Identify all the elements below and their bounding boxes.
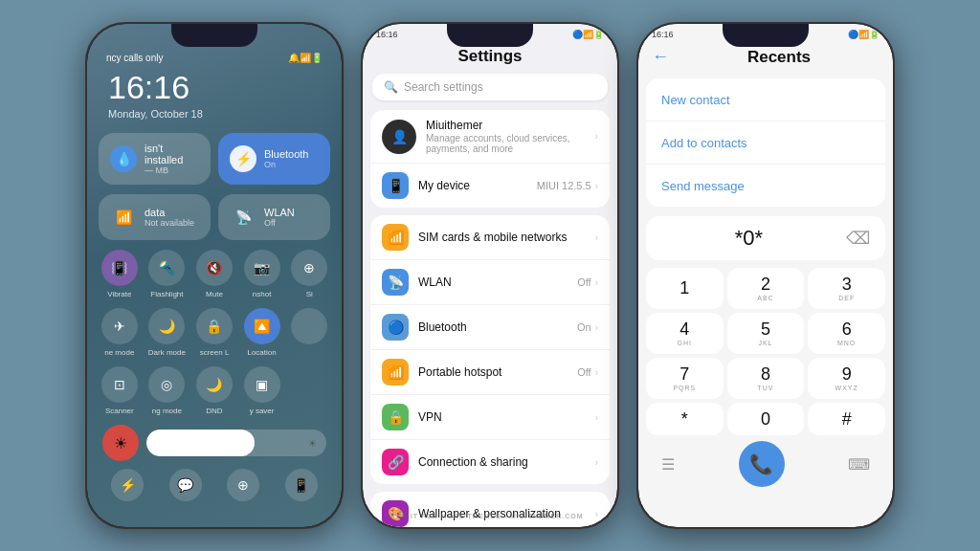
reading-label: ng mode bbox=[152, 407, 182, 415]
key-2-sub: ABC bbox=[757, 295, 773, 301]
phone-2-screen: 16:16 🔵📶🔋 Settings 🔍 Search settings 👤 M… bbox=[363, 24, 617, 527]
key-9[interactable]: 9 WXYZ bbox=[808, 358, 885, 399]
battery-saver-icon: ▣ bbox=[244, 366, 280, 403]
reading-btn[interactable]: ◎ ng mode bbox=[146, 366, 189, 415]
key-2[interactable]: 2 ABC bbox=[727, 268, 805, 309]
back-button[interactable]: ← bbox=[652, 47, 669, 67]
key-7[interactable]: 7 PQRS bbox=[646, 358, 724, 399]
mydevice-icon: 📱 bbox=[382, 172, 409, 199]
location-btn[interactable]: 🔼 Location bbox=[241, 308, 283, 357]
send-message-row[interactable]: Send message bbox=[646, 165, 885, 207]
sim-row[interactable]: 📶 SIM cards & mobile networks › bbox=[370, 215, 610, 260]
connection-sharing-row[interactable]: 🔗 Connection & sharing › bbox=[370, 440, 610, 484]
phone-1-screen: ncy calls only 🔔📶🔋 16:16 Monday, October… bbox=[87, 24, 342, 527]
new-contact-link: New contact bbox=[661, 93, 730, 107]
sim-chevron: › bbox=[595, 232, 598, 243]
mydevice-right: MIUI 12.5.5 › bbox=[537, 180, 598, 191]
data-tile-label: isn't installed bbox=[145, 143, 199, 165]
wlan-tile[interactable]: 📡 WLAN Off bbox=[218, 194, 330, 240]
add-action-btn[interactable]: ⊕ bbox=[227, 469, 259, 501]
battery-saver-btn[interactable]: ▣ y saver bbox=[241, 366, 283, 415]
call-button[interactable]: 📞 bbox=[739, 441, 785, 487]
mobile-data-sub: Not available bbox=[145, 218, 199, 228]
key-1[interactable]: 1 bbox=[646, 268, 724, 309]
settings-search[interactable]: 🔍 Search settings bbox=[372, 74, 608, 100]
scanner-btn[interactable]: ⊡ Scanner bbox=[99, 366, 141, 415]
empty-icon bbox=[291, 308, 327, 344]
tools-row: ⊡ Scanner ◎ ng mode 🌙 DND ▣ y saver bbox=[99, 366, 330, 415]
wlan-row-icon: 📡 bbox=[382, 269, 409, 296]
bluetooth-row-title: Bluetooth bbox=[418, 320, 568, 334]
wlan-label: WLAN bbox=[264, 207, 319, 218]
call-icon: 📞 bbox=[749, 452, 773, 475]
flashlight-btn[interactable]: 🔦 Flashlight bbox=[146, 250, 189, 298]
power-btn[interactable]: ☀ bbox=[102, 425, 139, 461]
clock-date: Monday, October 18 bbox=[108, 108, 321, 120]
menu-icon[interactable]: ☰ bbox=[661, 455, 675, 474]
vibrate-label: Vibrate bbox=[107, 290, 131, 298]
phone-3-notch bbox=[723, 24, 809, 47]
hotspot-row[interactable]: 📶 Portable hotspot Off › bbox=[370, 350, 610, 395]
screenlock-icon: 🔒 bbox=[196, 308, 233, 344]
wallpaper-row[interactable]: 🎨 Wallpaper & personalization › bbox=[370, 492, 610, 527]
scanner-icon: ⊡ bbox=[101, 366, 138, 403]
keypad-icon[interactable]: ⌨ bbox=[848, 455, 870, 474]
key-3[interactable]: 3 DEF bbox=[808, 268, 885, 309]
key-5[interactable]: 5 JKL bbox=[727, 313, 805, 354]
mute-btn[interactable]: 🔇 Mute bbox=[193, 250, 235, 298]
brightness-slider[interactable]: ☀ bbox=[146, 430, 326, 456]
connection-sharing-right: › bbox=[595, 457, 598, 468]
search-icon: 🔍 bbox=[384, 80, 398, 94]
settings-section-connectivity: 📶 SIM cards & mobile networks › 📡 WLAN bbox=[370, 215, 610, 484]
key-star[interactable]: * bbox=[646, 403, 724, 435]
vpn-icon: 🔒 bbox=[382, 404, 409, 430]
key-8[interactable]: 8 TUV bbox=[727, 358, 805, 399]
mydevice-row[interactable]: 📱 My device MIUI 12.5.5 › bbox=[370, 164, 610, 208]
bluetooth-tile[interactable]: ⚡ Bluetooth On bbox=[218, 133, 330, 185]
data-tile[interactable]: 💧 isn't installed — MB bbox=[99, 133, 211, 185]
bluetooth-tile-sub: On bbox=[264, 160, 319, 169]
add-contact-link: Add to contacts bbox=[661, 136, 747, 150]
mobile-data-text: data Not available bbox=[145, 207, 199, 228]
location-label: Location bbox=[247, 348, 276, 357]
dnd-btn[interactable]: 🌙 DND bbox=[193, 366, 235, 415]
backspace-icon[interactable]: ⌫ bbox=[846, 228, 870, 249]
vpn-row[interactable]: 🔒 VPN › bbox=[370, 395, 610, 440]
darkmode-btn[interactable]: 🌙 Dark mode bbox=[146, 308, 189, 357]
wlan-row-right: Off › bbox=[577, 276, 598, 288]
key-0[interactable]: 0 bbox=[727, 403, 805, 435]
msg-action-btn[interactable]: 💬 bbox=[169, 469, 202, 501]
miuithemer-row[interactable]: 👤 Miuithemer Manage accounts, cloud serv… bbox=[370, 110, 610, 164]
new-contact-row[interactable]: New contact bbox=[646, 78, 885, 121]
scanner-label: Scanner bbox=[105, 407, 134, 415]
miuithemer-avatar: 👤 bbox=[382, 120, 416, 154]
key-6-sub: MNO bbox=[837, 340, 856, 346]
mydevice-chevron: › bbox=[595, 181, 598, 191]
quick-actions-row2: ✈ ne mode 🌙 Dark mode 🔒 screen L 🔼 Locat… bbox=[99, 308, 330, 357]
bluetooth-row[interactable]: 🔵 Bluetooth On › bbox=[370, 305, 610, 350]
mute-icon: 🔇 bbox=[196, 250, 233, 286]
wlan-row[interactable]: 📡 WLAN Off › bbox=[370, 260, 610, 305]
add-contact-row[interactable]: Add to contacts bbox=[646, 121, 885, 165]
key-hash[interactable]: # bbox=[808, 403, 885, 435]
key-6[interactable]: 6 MNO bbox=[808, 313, 885, 354]
flashlight-label: Flashlight bbox=[150, 290, 183, 298]
screen-action-btn[interactable]: 📱 bbox=[285, 469, 318, 501]
airplane-icon: ✈ bbox=[101, 308, 138, 344]
key-3-sub: DEF bbox=[838, 295, 855, 301]
screenshot-btn[interactable]: 📷 nshot bbox=[241, 250, 283, 298]
flash-action-btn[interactable]: ⚡ bbox=[111, 469, 144, 501]
mobile-data-tile[interactable]: 📶 data Not available bbox=[99, 194, 211, 240]
key-4[interactable]: 4 GHI bbox=[646, 313, 724, 354]
vibrate-btn[interactable]: 📳 Vibrate bbox=[99, 250, 141, 298]
dnd-label: DND bbox=[206, 407, 222, 415]
sim-icon: 📶 bbox=[382, 224, 409, 251]
vpn-right: › bbox=[595, 412, 598, 423]
wlan-icon: 📡 bbox=[230, 204, 256, 231]
key-5-main: 5 bbox=[761, 320, 770, 338]
airplane-btn[interactable]: ✈ ne mode bbox=[99, 308, 141, 357]
recents-title: Recents bbox=[679, 48, 880, 67]
screenlock-btn[interactable]: 🔒 screen L bbox=[193, 308, 235, 357]
extra-btn[interactable]: ⊕ Si bbox=[288, 250, 330, 298]
wlan-row-content: WLAN bbox=[418, 276, 568, 289]
